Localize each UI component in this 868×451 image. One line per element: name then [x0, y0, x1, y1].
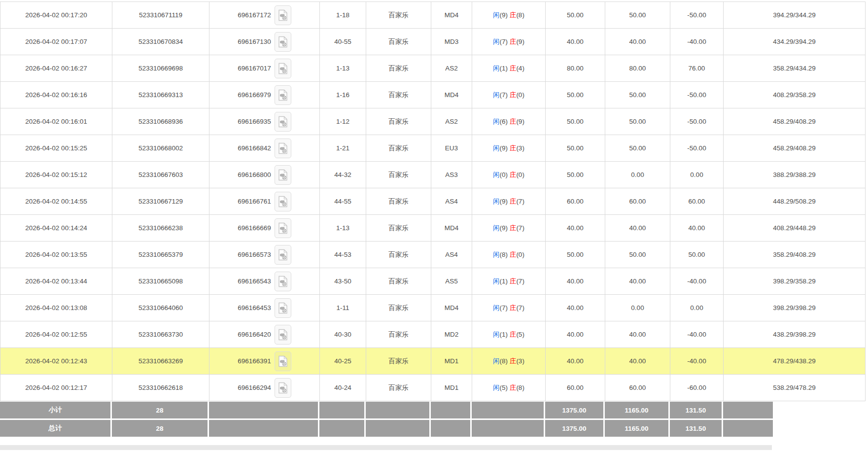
video-file-icon — [278, 355, 288, 367]
win-loss-amount: -40.00 — [670, 321, 724, 348]
total-valid-total: 1165.00 — [605, 420, 670, 437]
bet-time: 2026-04-02 00:17:20 — [0, 2, 112, 29]
round-id: 696167130 — [238, 38, 271, 45]
result-cell: 闲(1) 庄(5) — [472, 321, 546, 348]
table-number: 40-24 — [320, 375, 366, 401]
result-cell: 闲(9) 庄(7) — [472, 188, 546, 215]
player-score: (7) — [500, 91, 508, 99]
total-bet-total: 1375.00 — [545, 420, 605, 437]
banker-label: 庄 — [510, 278, 517, 285]
subtotal-count: 28 — [112, 402, 209, 418]
result-cell: 闲(6) 庄(9) — [472, 108, 546, 135]
result-cell: 闲(9) 庄(8) — [472, 2, 546, 29]
video-replay-button[interactable] — [275, 298, 291, 318]
banker-label: 庄 — [510, 144, 517, 152]
table-row: 2026-04-02 00:12:17 523310662618 6961662… — [0, 375, 866, 401]
player-label: 闲 — [493, 11, 500, 19]
video-replay-button[interactable] — [275, 59, 291, 78]
table-row: 2026-04-02 00:17:07 523310670834 6961671… — [0, 29, 866, 55]
table-number: 44-32 — [320, 162, 366, 188]
player-score: (1) — [500, 278, 508, 285]
bet-id: 523310667603 — [112, 162, 209, 188]
win-loss-amount: 76.00 — [670, 55, 724, 82]
video-replay-button[interactable] — [275, 245, 291, 265]
subtotal-empty-cell — [472, 402, 545, 418]
round-id: 696166761 — [238, 198, 271, 205]
video-replay-button[interactable] — [275, 85, 291, 105]
player-label: 闲 — [493, 144, 500, 152]
table-row: 2026-04-02 00:17:20 523310671119 6961671… — [0, 2, 866, 29]
subtotal-winloss-total: 131.50 — [670, 402, 723, 418]
round-cell: 696166294 — [209, 375, 320, 401]
banker-score: (8) — [516, 11, 524, 19]
valid-amount: 80.00 — [605, 55, 670, 82]
table-number: 1-12 — [320, 108, 366, 135]
bet-amount: 80.00 — [546, 55, 605, 82]
video-replay-button[interactable] — [275, 165, 291, 185]
result-cell: 闲(0) 庄(0) — [472, 162, 546, 188]
bet-time: 2026-04-02 00:12:17 — [0, 375, 112, 401]
total-label: 总计 — [0, 420, 112, 437]
banker-label: 庄 — [510, 65, 517, 72]
player-label: 闲 — [493, 278, 500, 285]
banker-score: (7) — [516, 304, 524, 312]
game-name: 百家乐 — [366, 215, 431, 242]
table-row: 2026-04-02 00:13:08 523310664060 6961664… — [0, 295, 866, 321]
table-row: 2026-04-02 00:15:12 523310667603 6961668… — [0, 162, 866, 188]
player-score: (9) — [500, 224, 508, 232]
valid-amount: 40.00 — [605, 215, 670, 242]
win-loss-amount: -50.00 — [670, 135, 724, 162]
round-id: 696166294 — [238, 384, 271, 391]
round-cell: 696166420 — [209, 321, 320, 348]
video-replay-button[interactable] — [275, 5, 291, 25]
banker-label: 庄 — [510, 38, 517, 45]
bet-id: 523310663269 — [112, 348, 209, 375]
result-cell: 闲(8) 庄(0) — [472, 242, 546, 268]
table-number: 43-50 — [320, 268, 366, 295]
subtotal-empty-cell — [319, 402, 366, 418]
result-cell: 闲(1) 庄(4) — [472, 55, 546, 82]
subtotal-bet-total: 1375.00 — [545, 402, 605, 418]
balance-after-before: 478.29/438.29 — [724, 348, 866, 375]
subtotal-valid-total: 1165.00 — [605, 402, 670, 418]
video-replay-button[interactable] — [275, 218, 291, 238]
bet-id: 523310666238 — [112, 215, 209, 242]
bet-id: 523310668936 — [112, 108, 209, 135]
video-replay-button[interactable] — [275, 112, 291, 132]
video-file-icon — [278, 382, 288, 394]
game-name: 百家乐 — [366, 268, 431, 295]
banker-label: 庄 — [510, 224, 517, 232]
room-code: MD1 — [431, 375, 472, 401]
player-label: 闲 — [493, 331, 500, 338]
video-replay-button[interactable] — [275, 325, 291, 345]
player-label: 闲 — [493, 384, 500, 391]
round-id: 696166543 — [238, 278, 271, 285]
room-code: AS4 — [431, 188, 472, 215]
video-replay-button[interactable] — [275, 272, 291, 291]
bet-id: 523310668002 — [112, 135, 209, 162]
win-loss-amount: -40.00 — [670, 348, 724, 375]
video-replay-button[interactable] — [275, 32, 291, 52]
player-score: (1) — [500, 65, 508, 72]
video-file-icon — [278, 142, 288, 154]
round-cell: 696166800 — [209, 162, 320, 188]
win-loss-amount: -60.00 — [670, 375, 724, 401]
bet-amount: 50.00 — [546, 162, 605, 188]
bet-time: 2026-04-02 00:15:12 — [0, 162, 112, 188]
win-loss-amount: -50.00 — [670, 2, 724, 29]
table-number: 44-55 — [320, 188, 366, 215]
video-replay-button[interactable] — [275, 139, 291, 158]
video-replay-button[interactable] — [275, 378, 291, 398]
banker-label: 庄 — [510, 11, 517, 19]
room-code: MD3 — [431, 29, 472, 55]
player-label: 闲 — [493, 171, 500, 178]
video-replay-button[interactable] — [275, 192, 291, 211]
video-replay-button[interactable] — [275, 351, 291, 371]
round-cell: 696166573 — [209, 242, 320, 268]
banker-score: (3) — [516, 144, 524, 152]
table-number: 1-13 — [320, 55, 366, 82]
valid-amount: 60.00 — [605, 188, 670, 215]
room-code: AS2 — [431, 108, 472, 135]
total-count: 28 — [112, 420, 209, 437]
summary-footer: 小计 28 1375.00 1165.00 131.50 总计 28 1375.… — [0, 402, 773, 437]
